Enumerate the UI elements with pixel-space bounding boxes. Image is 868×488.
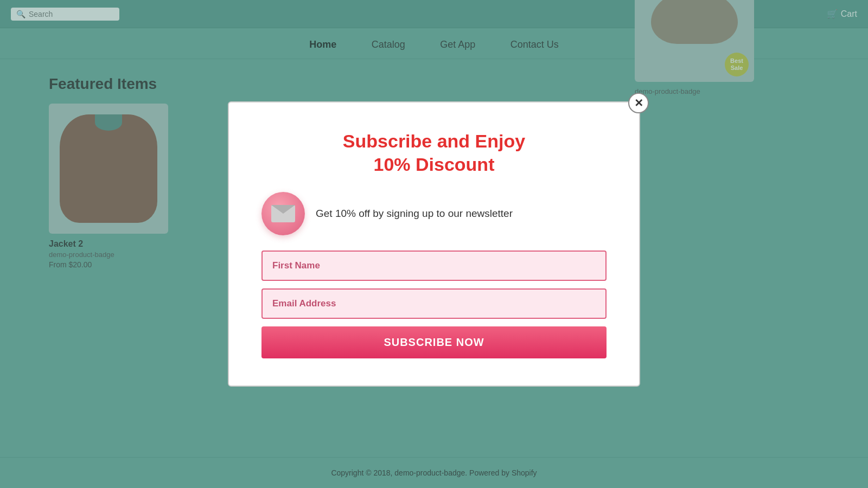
modal-overlay: ✕ Subscribe and Enjoy 10% Discount Get 1…: [0, 0, 868, 488]
email-icon-circle: [261, 192, 305, 235]
modal-title: Subscribe and Enjoy 10% Discount: [261, 130, 607, 176]
email-input[interactable]: [261, 288, 607, 319]
modal-description: Get 10% off by signing up to our newslet…: [316, 207, 513, 221]
modal-body: Get 10% off by signing up to our newslet…: [261, 192, 607, 235]
subscribe-modal: ✕ Subscribe and Enjoy 10% Discount Get 1…: [228, 101, 640, 387]
modal-close-button[interactable]: ✕: [628, 93, 649, 113]
email-icon: [271, 205, 295, 222]
modal-form: SUBSCRIBE NOW: [261, 251, 607, 358]
first-name-input[interactable]: [261, 251, 607, 281]
subscribe-button[interactable]: SUBSCRIBE NOW: [261, 326, 607, 358]
